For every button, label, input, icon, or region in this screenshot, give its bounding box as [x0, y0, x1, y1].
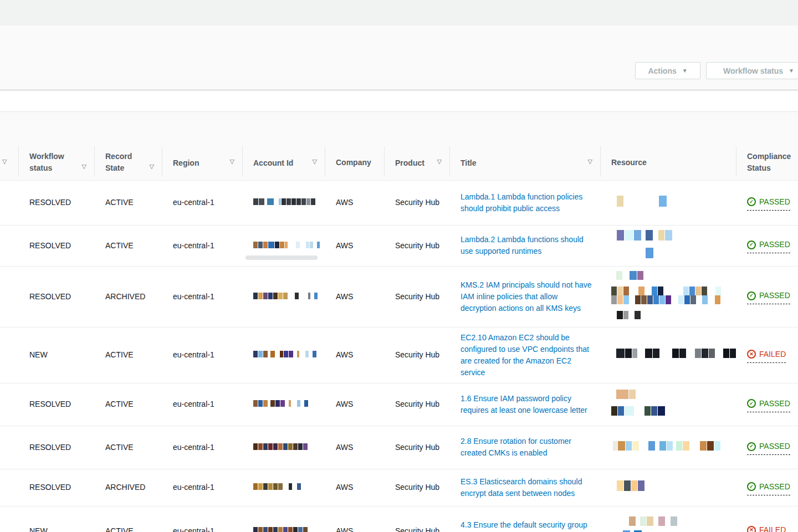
table-row: RESOLVED ACTIVE eu-central-1 AWS Securit… [0, 180, 798, 225]
status-icon: ✓ [747, 399, 756, 408]
redacted-account-id [253, 400, 308, 407]
region-cell: eu-central-1 [162, 327, 242, 383]
title-cell: 1.6 Ensure IAM password policy requires … [449, 383, 600, 426]
status-icon: ✕ [747, 526, 756, 532]
compliance-badge[interactable]: ✓PASSED [747, 441, 790, 455]
compliance-status-cell: ✓PASSED [736, 225, 798, 266]
finding-title-link[interactable]: Lambda.1 Lambda function policies should… [461, 191, 592, 214]
redacted-account-id [253, 242, 320, 248]
resource-cell [600, 327, 736, 383]
compliance-badge[interactable]: ✓PASSED [747, 398, 790, 412]
finding-title-link[interactable]: 1.6 Ensure IAM password policy requires … [461, 393, 592, 416]
company-cell: AWS [325, 383, 384, 426]
column-header-compliance-status: Compliance Status [736, 112, 798, 180]
filter-icon[interactable]: ▽ [2, 156, 7, 167]
table-row: RESOLVED ACTIVE eu-central-1 AWS Securit… [0, 383, 798, 426]
finding-title-link[interactable]: 4.3 Ensure the default security group of… [461, 519, 592, 532]
row-select-cell [0, 426, 18, 469]
region-cell: eu-central-1 [162, 180, 242, 225]
filter-icon[interactable]: ▽ [437, 156, 442, 167]
status-icon: ✓ [747, 197, 756, 206]
product-cell: Security Hub [384, 180, 449, 225]
table-row: RESOLVED ARCHIVED eu-central-1 AWS Secur… [0, 469, 798, 506]
redacted-account-id [253, 443, 308, 450]
column-header-select: ▽ [0, 112, 18, 180]
region-cell: eu-central-1 [162, 469, 242, 506]
compliance-badge[interactable]: ✓PASSED [747, 196, 790, 211]
compliance-status-cell: ✕FAILED [736, 506, 798, 532]
column-header-product: Product▽ [384, 112, 449, 180]
redacted-account-id [253, 198, 315, 205]
compliance-badge[interactable]: ✓PASSED [747, 239, 790, 253]
compliance-badge[interactable]: ✓PASSED [747, 290, 790, 304]
filter-icon[interactable]: ▽ [588, 156, 592, 167]
table-row: NEW ACTIVE eu-central-1 AWS Security Hub… [0, 506, 798, 532]
workflow-status-cell: RESOLVED [18, 266, 94, 327]
row-select-cell [0, 469, 18, 506]
status-icon: ✓ [747, 241, 756, 249]
workflow-status-button[interactable]: Workflow status ▼ [706, 62, 798, 79]
horizontal-scrollbar-thumb[interactable] [245, 255, 318, 260]
status-icon: ✕ [747, 350, 756, 359]
region-cell: eu-central-1 [162, 426, 242, 469]
workflow-status-cell: RESOLVED [18, 225, 94, 266]
workflow-status-cell: NEW [18, 506, 94, 532]
compliance-badge[interactable]: ✓PASSED [747, 481, 790, 495]
finding-title-link[interactable]: KMS.2 IAM principals should not have IAM… [461, 279, 592, 314]
title-cell: KMS.2 IAM principals should not have IAM… [449, 266, 600, 327]
region-cell: eu-central-1 [162, 383, 242, 426]
column-header-region: Region▽ [162, 112, 242, 180]
product-cell: Security Hub [384, 225, 449, 266]
filter-icon[interactable]: ▽ [230, 156, 234, 167]
redacted-resource [611, 516, 677, 532]
filter-icon[interactable]: ▽ [313, 156, 317, 167]
finding-title-link[interactable]: 2.8 Ensure rotation for customer created… [461, 436, 592, 459]
company-cell: AWS [325, 327, 384, 383]
finding-title-link[interactable]: EC2.10 Amazon EC2 should be configured t… [461, 332, 592, 378]
status-icon: ✓ [747, 482, 756, 491]
findings-table: ▽ Workflow status▽ Record State▽ Region▽… [0, 112, 798, 532]
redacted-resource [611, 271, 721, 319]
product-cell: Security Hub [384, 266, 449, 327]
compliance-badge[interactable]: ✕FAILED [747, 524, 786, 532]
title-cell: Lambda.1 Lambda function policies should… [449, 180, 600, 225]
record-state-cell: ACTIVE [94, 225, 162, 266]
company-cell: AWS [325, 426, 384, 469]
company-cell: AWS [325, 506, 384, 532]
record-state-cell: ARCHIVED [94, 266, 162, 327]
redacted-account-id [253, 483, 301, 490]
finding-title-link[interactable]: Lambda.2 Lambda functions should use sup… [461, 234, 592, 257]
resource-cell [600, 225, 736, 266]
company-cell: AWS [325, 469, 384, 506]
account-id-cell [242, 469, 325, 506]
row-select-cell [0, 180, 18, 225]
workflow-status-cell: NEW [18, 327, 94, 383]
product-cell: Security Hub [384, 327, 449, 383]
account-id-cell [242, 266, 325, 327]
company-cell: AWS [325, 180, 384, 225]
filter-icon[interactable]: ▽ [82, 161, 86, 172]
redacted-resource [611, 480, 644, 491]
record-state-cell: ACTIVE [94, 426, 162, 469]
account-id-cell [242, 180, 325, 225]
resource-cell [600, 266, 736, 327]
title-cell: 4.3 Ensure the default security group of… [449, 506, 600, 532]
table-row: NEW ACTIVE eu-central-1 AWS Security Hub… [0, 327, 798, 383]
record-state-cell: ACTIVE [94, 327, 162, 383]
finding-title-link[interactable]: ES.3 Elasticsearch domains should encryp… [461, 476, 592, 499]
redacted-resource [611, 230, 672, 258]
column-header-workflow-status: Workflow status▽ [18, 112, 94, 180]
record-state-cell: ARCHIVED [94, 469, 162, 506]
redacted-resource [611, 349, 736, 358]
actions-button[interactable]: Actions ▼ [635, 62, 700, 79]
filter-icon[interactable]: ▽ [150, 161, 154, 172]
redacted-resource [611, 196, 667, 207]
redacted-account-id [253, 351, 316, 357]
compliance-badge[interactable]: ✕FAILED [747, 349, 786, 363]
status-icon: ✓ [747, 291, 756, 300]
chevron-down-icon: ▼ [682, 68, 688, 74]
column-header-company: Company [325, 112, 384, 180]
redacted-account-id [253, 293, 318, 299]
row-select-cell [0, 225, 18, 266]
compliance-status-cell: ✓PASSED [736, 469, 798, 506]
